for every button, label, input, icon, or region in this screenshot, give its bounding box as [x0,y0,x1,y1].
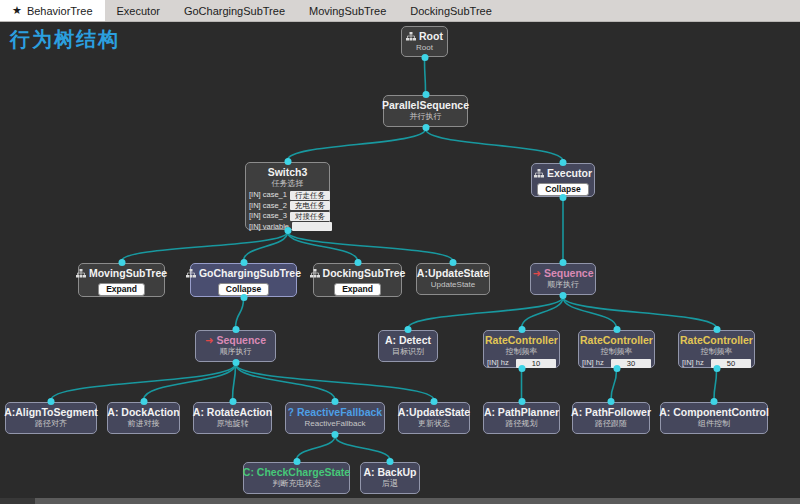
star-icon: ★ [12,5,22,16]
port-row: [IN] case_1行走任务 [249,190,326,201]
horizontal-scrollbar-thumb[interactable] [35,498,800,504]
node-title: A: DockAction [107,406,179,419]
output-port[interactable] [232,359,239,366]
input-port[interactable] [560,259,567,266]
node-detect[interactable]: A: Detect目标识别 [378,330,438,362]
node-title: A:AlignToSegment [4,406,98,419]
tab-executor[interactable]: Executor [105,0,172,21]
node-rate-controller-1[interactable]: RateController控制频率[IN] hz10 [483,330,560,368]
node-rate-controller-3[interactable]: RateController控制频率[IN] hz50 [678,330,755,368]
tab-behaviortree[interactable]: ★BehaviorTree [0,0,105,21]
sitemap-icon [406,32,416,41]
output-port[interactable] [713,365,720,372]
output-port[interactable] [518,365,525,372]
tab-label: GoChargingSubTree [184,5,285,17]
input-port[interactable] [450,259,457,266]
node-title: A:UpdateState [398,406,470,419]
sitemap-icon [186,269,196,278]
input-port[interactable] [140,398,147,405]
node-moving-subtree[interactable]: MovingSubTreeExpand [78,263,165,297]
sitemap-icon [76,269,86,278]
output-port[interactable] [560,194,567,201]
node-check-charge-state[interactable]: C: CheckChargeState判断充电状态 [243,462,350,494]
input-port[interactable] [518,398,525,405]
input-port[interactable] [405,326,412,333]
tab-dockingsubtree[interactable]: DockingSubTree [398,0,504,21]
node-title: A: PathFollower [571,406,651,419]
node-title: Root [419,30,443,43]
output-port[interactable] [613,365,620,372]
input-port[interactable] [118,259,125,266]
input-port[interactable] [284,158,291,165]
node-backup[interactable]: A: BackUp后退 [360,462,420,494]
node-rate-controller-2[interactable]: RateController控制频率[IN] hz30 [578,330,655,368]
input-port[interactable] [48,398,55,405]
input-port[interactable] [613,326,620,333]
input-port[interactable] [422,91,429,98]
node-title: Sequence [216,334,266,347]
port-row-value[interactable]: 充电任务 [290,201,330,210]
output-port[interactable] [332,431,339,438]
output-port[interactable] [421,54,428,61]
node-subtitle: 控制频率 [679,347,754,357]
expand-button[interactable]: Expand [334,283,381,296]
output-port[interactable] [284,227,291,234]
node-component-control[interactable]: A: ComponentControl组件控制 [660,402,768,434]
node-subtitle: 路径规划 [484,419,559,429]
output-port[interactable] [422,124,429,131]
node-docking-subtree[interactable]: DockingSubTreeExpand [313,263,402,297]
node-update-state-2[interactable]: A:UpdateState更新状态 [398,402,470,434]
input-port[interactable] [608,398,615,405]
node-path-planner[interactable]: A: PathPlanner路径规划 [483,402,560,434]
node-rotate-action[interactable]: A: RotateAction原地旋转 [193,402,272,434]
node-sequence-mid[interactable]: ➜Sequence顺序执行 [195,330,276,362]
node-title: Sequence [544,267,594,280]
node-executor[interactable]: ExecutorCollapse [531,163,595,197]
node-reactive-fallback[interactable]: ?ReactiveFallbackReactiveFallback [285,402,385,434]
port-row-label: [IN] hz [487,358,509,369]
node-gocharging-subtree[interactable]: GoChargingSubTreeCollapse [190,263,297,297]
input-port[interactable] [229,398,236,405]
node-path-follower[interactable]: A: PathFollower路径跟随 [572,402,650,434]
node-subtitle: 组件控制 [661,419,767,429]
horizontal-scrollbar[interactable] [0,498,800,504]
tab-bar: ★BehaviorTreeExecutorGoChargingSubTreeMo… [0,0,800,22]
port-row-value[interactable] [292,222,332,231]
node-switch3[interactable]: Switch3任务选择[IN] case_1行走任务[IN] case_2充电任… [245,162,330,230]
input-port[interactable] [354,259,361,266]
node-parallel-sequence[interactable]: ParallelSequence并行执行 [383,95,468,127]
port-row-label: [IN] case_2 [249,201,287,212]
input-port[interactable] [560,159,567,166]
input-port[interactable] [711,398,718,405]
port-row-label: [IN] case_3 [249,211,287,222]
port-row-value[interactable]: 行走任务 [290,191,330,200]
behavior-tree-canvas[interactable]: 行为树结构 RootRootParallelSequence并行执行Switch… [0,22,800,504]
output-port[interactable] [240,294,247,301]
node-root[interactable]: RootRoot [401,26,448,57]
arrow-icon: ➜ [205,336,213,346]
node-title: A: Detect [385,334,431,347]
node-title: RateController [680,334,753,347]
node-title: ReactiveFallback [297,406,382,419]
input-port[interactable] [332,398,339,405]
input-port[interactable] [431,398,438,405]
node-update-state-1[interactable]: A:UpdateStateUpdateState [416,263,490,295]
tab-label: MovingSubTree [309,5,386,17]
output-port[interactable] [560,292,567,299]
node-sequence-right[interactable]: ➜Sequence顺序执行 [530,263,596,295]
tab-gochargingsubtree[interactable]: GoChargingSubTree [172,0,297,21]
input-port[interactable] [293,458,300,465]
input-port[interactable] [713,326,720,333]
tab-movingsubtree[interactable]: MovingSubTree [297,0,398,21]
node-dock-action[interactable]: A: DockAction前进对接 [107,402,180,434]
question-icon: ? [288,408,294,418]
node-title: RateController [485,334,558,347]
input-port[interactable] [518,326,525,333]
input-port[interactable] [240,259,247,266]
node-align-to-segment[interactable]: A:AlignToSegment路径对齐 [5,402,97,434]
expand-button[interactable]: Expand [98,283,145,296]
input-port[interactable] [232,326,239,333]
node-title: A:UpdateState [417,267,489,280]
input-port[interactable] [387,458,394,465]
port-row-value[interactable]: 对接任务 [290,212,330,221]
